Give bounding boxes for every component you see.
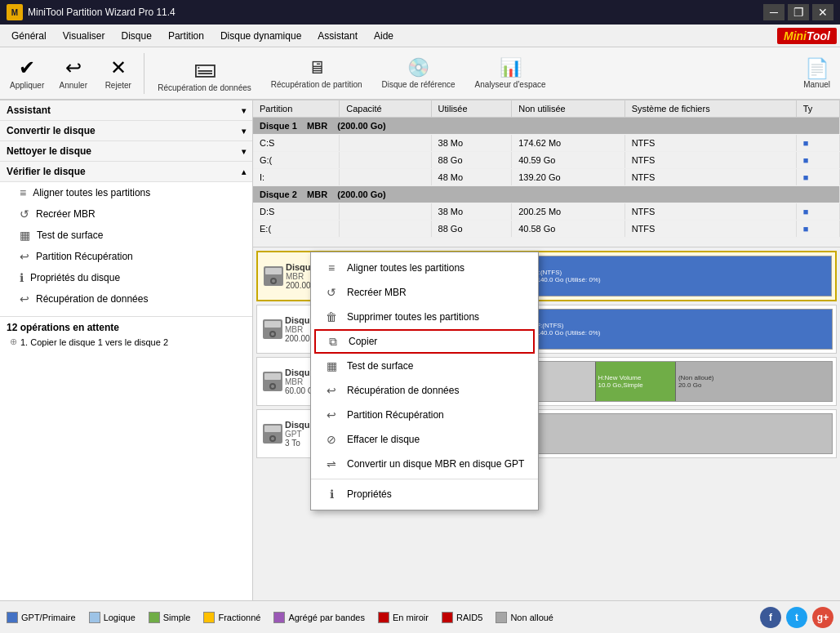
googleplus-button[interactable]: g+ (812, 607, 833, 628)
ctx-mbr-label: Recréer MBR (347, 287, 407, 298)
window-controls: ─ ❐ ✕ (763, 4, 833, 20)
capacity-val (340, 152, 431, 169)
menu-visualiser[interactable]: Visualiser (55, 27, 113, 45)
col-fs: Système de fichiers (624, 100, 796, 118)
reject-icon: ✕ (110, 56, 127, 79)
menu-aide[interactable]: Aide (366, 27, 402, 45)
maximize-button[interactable]: ❐ (788, 4, 809, 20)
fs-val: NTFS (624, 152, 796, 169)
partition-name: I: (253, 169, 340, 186)
sidebar-verify-header[interactable]: Vérifier le disque ▴ (0, 162, 252, 182)
manual-button[interactable]: 📄 Manuel (797, 54, 837, 92)
disk1-part-i[interactable]: I:(NTFS) 140.0 Go (Utilisé: 0%) (534, 256, 831, 296)
partition-recovery-button[interactable]: 🖥 Récupération de partition (261, 54, 372, 92)
ctx-delete-icon: 🗑 (324, 310, 339, 324)
social-icons: f t g+ (760, 607, 833, 628)
ctx-erase-disk[interactable]: ⊘ Effacer le disque (311, 427, 538, 452)
space-analyzer-button[interactable]: 📊 Analyseur d'espace (465, 54, 556, 92)
partition-recovery-label: Récupération de partition (271, 80, 362, 89)
operations-count: 12 opérations en attente (7, 322, 246, 333)
close-button[interactable]: ✕ (812, 4, 833, 20)
legend-mirror-color (378, 612, 389, 623)
ctx-properties[interactable]: ℹ Propriétés (311, 482, 538, 506)
legend-miroir-label: En miroir (393, 613, 429, 622)
undo-button[interactable]: ↩ Annuler (51, 53, 96, 93)
reference-disc-button[interactable]: 💿 Disque de référence (372, 54, 465, 92)
data-rec-icon: ↩ (20, 292, 29, 305)
ctx-surface-icon: ▦ (324, 359, 339, 373)
partition-name: D:S (253, 203, 340, 221)
operations-item: ⊕ 1. Copier le disque 1 vers le disque 2 (7, 337, 246, 347)
table-row[interactable]: I: 48 Mo 139.20 Go NTFS ■ (253, 169, 840, 186)
ctx-delete-all[interactable]: 🗑 Supprimer toutes les partitions (311, 305, 538, 329)
type-val: ■ (796, 221, 839, 238)
sidebar-assistant-header[interactable]: Assistant ▾ (0, 100, 252, 121)
menu-partition[interactable]: Partition (160, 27, 212, 45)
unused-val: 200.25 Mo (512, 203, 624, 221)
part-h-label: H:New Volume (598, 374, 642, 381)
menu-assistant[interactable]: Assistant (309, 27, 366, 45)
reference-disc-label: Disque de référence (382, 80, 456, 89)
sidebar-item-align[interactable]: ≡ Aligner toutes les partitions (0, 182, 252, 203)
legend-miroir: En miroir (378, 612, 429, 623)
data-recovery-label: Récupération de données (158, 83, 251, 92)
facebook-button[interactable]: f (760, 607, 781, 628)
table-row[interactable]: E:( 88 Go 40.58 Go NTFS ■ (253, 221, 840, 238)
sidebar-clean-header[interactable]: Nettoyer le disque ▾ (0, 141, 252, 162)
svg-rect-9 (264, 373, 281, 380)
sidebar-item-partition-recovery[interactable]: ↩ Partition Récupération (0, 246, 252, 267)
app-icon: M (7, 4, 23, 20)
reject-button[interactable]: ✕ Rejeter (96, 53, 140, 93)
ctx-data-recovery[interactable]: ↩ Récupération de données (311, 378, 538, 403)
ctx-partition-recovery[interactable]: ↩ Partition Récupération (311, 403, 538, 427)
manual-label: Manuel (803, 80, 830, 89)
menu-disque[interactable]: Disque (113, 27, 160, 45)
part-i-size: 140.0 Go (Utilisé: 0%) (536, 276, 600, 283)
ctx-surface-test[interactable]: ▦ Test de surface (311, 354, 538, 378)
sidebar-item-recreate-mbr[interactable]: ↺ Recréer MBR (0, 203, 252, 225)
col-unused: Non utilisée (512, 100, 624, 118)
disk3-part-unalloc2[interactable]: (Non alloué) 20.0 Go (676, 362, 832, 401)
disk3-part-h[interactable]: H:New Volume 10.0 Go,Simple (596, 362, 676, 401)
legend-fractionne: Fractionné (203, 612, 260, 623)
legend-agrege: Agrégé par bandes (273, 612, 365, 623)
part-h-size: 10.0 Go,Simple (598, 381, 643, 389)
table-row[interactable]: G:( 88 Go 40.59 Go NTFS ■ (253, 152, 840, 169)
capacity-val (340, 169, 431, 186)
type-val: ■ (796, 169, 839, 186)
disk2-icon (260, 316, 285, 342)
undo-icon: ↩ (65, 56, 82, 79)
clean-label: Nettoyer le disque (7, 145, 91, 157)
ctx-align-partitions[interactable]: ≡ Aligner toutes les partitions (311, 256, 538, 280)
chevron-right-icon2: ▾ (242, 147, 246, 156)
ctx-convert-label: Convertir un disque MBR en disque GPT (347, 458, 524, 470)
data-recovery-button[interactable]: 🖴 Récupération de données (148, 51, 261, 96)
legend-blue-color (7, 612, 18, 623)
legend-fractionne-label: Fractionné (218, 613, 260, 622)
table-row[interactable]: D:S 38 Mo 200.25 Mo NTFS ■ (253, 203, 840, 221)
sidebar-item-data-recovery[interactable]: ↩ Récupération de données (0, 288, 252, 310)
ctx-separator (311, 479, 538, 479)
menu-bar: Général Visualiser Disque Partition Disq… (0, 25, 840, 47)
minimize-button[interactable]: ─ (763, 4, 784, 20)
ctx-delete-label: Supprimer toutes les partitions (347, 311, 479, 323)
partition-name: C:S (253, 135, 340, 152)
unused-val: 40.58 Go (512, 221, 624, 238)
ctx-recreate-mbr[interactable]: ↺ Recréer MBR (311, 280, 538, 305)
legend-yellow-color (203, 612, 215, 623)
sidebar-item-disk-properties[interactable]: ℹ Propriétés du disque (0, 267, 252, 288)
ctx-copy[interactable]: ⧉ Copier (314, 329, 535, 354)
twitter-button[interactable]: t (786, 607, 807, 628)
part-f-label: F:(NTFS) (536, 322, 563, 329)
mbr-icon: ↺ (20, 207, 29, 221)
disk2-part-f[interactable]: F:(NTFS) 140.0 Go (Utilisé: 0%) (534, 310, 832, 349)
menu-disque-dynamique[interactable]: Disque dynamique (212, 27, 309, 45)
sidebar-item-surface-test[interactable]: ▦ Test de surface (0, 225, 252, 246)
table-row[interactable]: C:S 38 Mo 174.62 Mo NTFS ■ (253, 135, 840, 152)
menu-general[interactable]: Général (3, 27, 55, 45)
fs-val: NTFS (624, 135, 796, 152)
sidebar-convert-header[interactable]: Convertir le disque ▾ (0, 121, 252, 141)
ctx-mbr-icon: ↺ (324, 285, 339, 300)
apply-button[interactable]: ✔ Appliquer (3, 53, 51, 93)
ctx-convert-mbr-gpt[interactable]: ⇌ Convertir un disque MBR en disque GPT (311, 452, 538, 476)
